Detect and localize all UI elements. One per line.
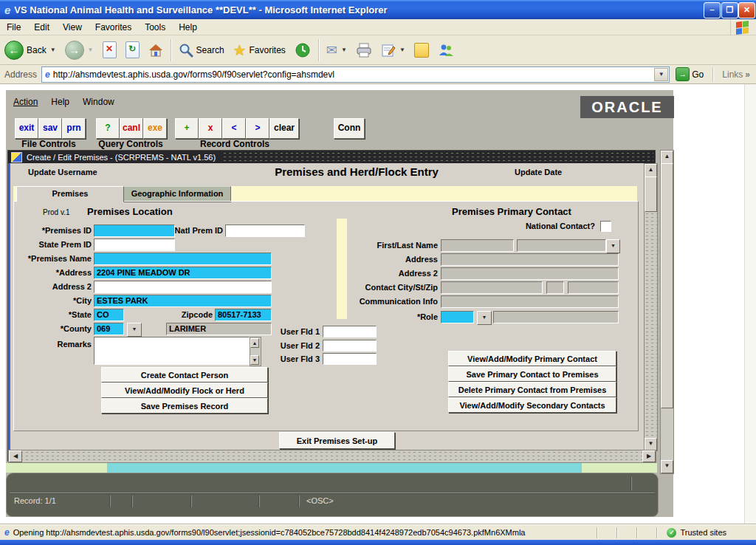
form-vertical-scrollbar[interactable]: ▲ ▼ [644,163,658,451]
close-button[interactable]: ✕ [738,2,755,18]
history-button[interactable] [290,41,315,60]
user-fld-1-field[interactable] [323,326,377,337]
menu-view[interactable]: View [56,20,89,35]
applet-bottom-scroll-strip[interactable] [6,463,657,473]
role-field[interactable] [441,311,474,323]
query-enter-button[interactable]: ? [96,118,120,139]
contact-state-field[interactable] [546,281,564,294]
create-contact-person-button[interactable]: Create Contact Person [101,367,268,383]
county-dropdown-button[interactable]: ▼ [127,323,142,337]
notes-button[interactable] [410,41,433,59]
state-prem-id-field[interactable] [94,239,175,251]
contact-last-name-field[interactable] [517,239,606,252]
contact-city-field[interactable] [441,281,543,294]
forward-button[interactable]: → ▼ [61,39,98,61]
strip-thumb[interactable] [107,463,582,473]
view-add-modify-secondary-contacts-button[interactable]: View/Add/Modify Secondary Contacts [448,397,616,413]
contact-name-dropdown-button[interactable]: ▼ [606,239,620,253]
form-window-titlebar[interactable]: Create / Edit Premises - (SCRPREMS - NAT… [8,151,655,163]
contact-address2-field[interactable] [441,267,619,280]
menu-tools[interactable]: Tools [138,20,172,35]
remarks-scroll-down-icon[interactable]: ▼ [250,355,259,365]
tab-premises[interactable]: Premises [16,186,124,202]
view-add-modify-flock-button[interactable]: View/Add/Modify Flock or Herd [101,383,268,398]
print-record-button[interactable]: prn [62,118,86,139]
mail-dropdown-icon[interactable]: ▼ [341,47,347,53]
form-horizontal-scrollbar[interactable]: ◀ ▶ [8,450,656,463]
address-input[interactable]: e http://ahsmdevtest.aphis.usda.gov/form… [41,66,670,83]
menu-file[interactable]: File [0,20,27,35]
address-field[interactable]: 2204 PINE MEADOW DR [94,267,272,279]
mail-button[interactable]: ✉ ▼ [322,41,351,60]
save-primary-contact-button[interactable]: Save Primary Contact to Premises [448,366,616,382]
city-field[interactable]: ESTES PARK [94,295,272,307]
edit-dropdown-icon[interactable]: ▼ [399,47,405,53]
role-dropdown-button[interactable]: ▼ [477,311,492,325]
home-button[interactable] [144,41,168,59]
stop-button[interactable]: ✕ [98,40,121,60]
edit-button[interactable]: ▼ [377,41,410,59]
remarks-scroll-up-icon[interactable]: ▲ [250,338,259,348]
address-dropdown-icon[interactable]: ▼ [654,68,668,81]
contact-first-name-field[interactable] [441,239,514,252]
oracle-menu-action[interactable]: Action [13,97,38,107]
address2-field[interactable] [94,281,272,293]
premises-id-field[interactable] [94,224,175,237]
minimize-button[interactable]: – [704,2,721,18]
national-contact-checkbox[interactable] [600,221,611,232]
delete-primary-contact-button[interactable]: Delete Primary Contact from Premises [448,382,616,397]
restore-button[interactable]: ❐ [721,2,738,18]
refresh-button[interactable]: ↻ [121,40,144,60]
record-prev-button[interactable]: < [222,118,246,139]
conn-button[interactable]: Conn [334,118,365,139]
scroll-left-icon[interactable]: ◀ [9,450,22,462]
remarks-field[interactable] [94,337,250,365]
record-delete-button[interactable]: x [199,118,222,139]
communication-info-field[interactable] [441,295,619,308]
save-premises-record-button[interactable]: Save Premises Record [101,398,268,414]
exit-button[interactable]: exit [15,118,38,139]
back-button[interactable]: ← Back ▼ [0,39,61,61]
contact-address-field[interactable] [441,253,619,266]
county-code-field[interactable]: 069 [94,323,124,335]
natl-prem-id-field[interactable] [225,224,305,237]
remarks-scrollbar[interactable]: ▲ ▼ [250,337,261,366]
menu-help[interactable]: Help [172,20,204,35]
state-field[interactable]: CO [94,309,124,321]
scroll-up-icon[interactable]: ▲ [645,164,657,177]
premises-name-field[interactable] [94,253,272,265]
go-button[interactable]: → Go [670,67,709,81]
vscroll-thumb[interactable] [645,176,657,212]
contact-zip-field[interactable] [568,281,619,294]
oracle-menu-window[interactable]: Window [83,97,114,107]
menu-edit[interactable]: Edit [27,20,56,35]
zipcode-field[interactable]: 80517-7133 [215,309,272,321]
print-button[interactable] [351,41,377,59]
save-button[interactable]: sav [38,118,62,139]
query-cancel-button[interactable]: canl [120,118,143,139]
console-separator [10,493,655,493]
record-next-button[interactable]: > [246,118,269,139]
search-button[interactable]: Search [174,41,229,59]
applet-vscroll-thumb[interactable] [661,163,673,408]
favorites-button[interactable]: ★ Favorites [229,40,290,61]
menu-favorites[interactable]: Favorites [89,20,138,35]
links-chevron-icon[interactable]: » [745,69,750,80]
oracle-menu-help[interactable]: Help [51,97,69,107]
applet-scroll-up-icon[interactable]: ▲ [661,151,673,164]
links-button[interactable]: Links » [716,69,756,80]
query-execute-button[interactable]: exe [143,118,167,139]
record-clear-button[interactable]: clear [269,118,299,139]
applet-scroll-down-icon[interactable]: ▼ [661,460,673,473]
applet-vertical-scrollbar[interactable]: ▲ ▼ [660,150,674,474]
user-fld-3-field[interactable] [323,353,377,365]
exit-premises-setup-button[interactable]: Exit Premises Set-up [279,432,395,449]
record-add-button[interactable]: + [175,118,199,139]
messenger-button[interactable] [433,41,458,59]
scroll-right-icon[interactable]: ▶ [642,450,656,462]
tab-geographic-information[interactable]: Geographic Information [123,186,231,202]
view-add-modify-primary-contact-button[interactable]: View/Add/Modify Primary Contact [448,351,616,366]
county-label: *County [10,324,92,333]
user-fld-2-field[interactable] [323,340,377,352]
back-dropdown-icon[interactable]: ▼ [50,47,56,53]
